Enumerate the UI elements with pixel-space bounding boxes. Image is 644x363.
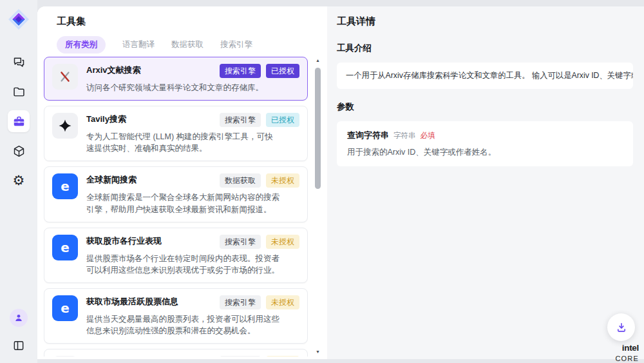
intro-card: 一个用于从Arxiv存储库搜索科学论文和文章的工具。 输入可以是Arxiv ID… [337,63,633,89]
tool-name: 获取股市各行业表现 [86,235,214,247]
intel-core-logo: intel CORE ULTRA [596,342,639,363]
tool-card-list: Arxiv文献搜索 搜索引擎 已授权 访问各个研究领域大量科学论文和文章的存储库… [44,57,308,357]
param-card: 查询字符串 字符串 必填 用于搜索的Arxiv ID、关键字或作者姓名。 [337,121,633,166]
auth-badge: 已授权 [266,64,299,78]
tool-description: 全球新闻搜索是一个聚合全球各大新闻网站内容的搜索引擎，帮助用户快速获取全球最新资… [86,191,281,215]
auth-badge: 未授权 [266,173,299,188]
tool-description: 提供当天交易量最高的股票列表，投资者可以利用这些信息来识别流动性强的股票和潜在的… [86,313,281,337]
category-badge: 搜索引擎 [220,113,261,127]
user-icon[interactable] [8,307,30,329]
category-badge: 数据获取 [220,173,261,188]
detail-title: 工具详情 [337,15,633,28]
tool-card[interactable]: 万维地区新闻查询 搜索引擎 未授权 查询具体行政区划内的新闻，快速了解各地新闻动 [44,349,308,357]
page-title: 工具集 [57,15,86,28]
category-badge: 搜索引擎 [220,64,261,78]
blue-e-logo-icon: e [52,235,78,260]
tab-data-acquisition[interactable]: 数据获取 [171,39,204,50]
rail-nav: ⚙ [8,51,30,191]
category-tabs: 所有类别 语言翻译 数据获取 搜索引擎 [57,36,252,54]
chat-icon[interactable] [8,51,30,73]
tool-card[interactable]: e 获取股市各行业表现 搜索引擎 未授权 提供股票市场各个行业在特定时间段内的表… [44,228,308,283]
tool-description: 提供股票市场各个行业在特定时间段内的表现。投资者可以利用这些信息来识别表现优于或… [86,253,281,276]
tool-description: 访问各个研究领域大量科学论文和文章的存储库。 [86,82,281,93]
scroll-down-icon[interactable]: ▼ [314,349,321,354]
blue-e-logo-icon: e [52,295,78,321]
tab-language-translation[interactable]: 语言翻译 [122,39,155,50]
tool-name: 全球新闻搜索 [86,173,214,186]
tool-detail-panel: 工具详情 工具介绍 一个用于从Arxiv存储库搜索科学论文和文章的工具。 输入可… [327,6,644,359]
auth-badge: 未授权 [266,235,299,249]
tool-description: 专为人工智能代理 (LLM) 构建的搜索引擎工具，可快速提供实时、准确和真实的结… [86,131,281,154]
arxiv-logo-icon [52,64,78,90]
tool-card[interactable]: Tavily搜索 搜索引擎 已授权 专为人工智能代理 (LLM) 构建的搜索引擎… [44,106,308,161]
download-button[interactable] [607,313,635,341]
auth-badge: 未授权 [266,295,299,309]
tool-name: Arxiv文献搜索 [86,64,214,76]
category-badge: 搜索引擎 [220,356,261,357]
tools-list-panel: 工具集 所有类别 语言翻译 数据获取 搜索引擎 Arxiv文献搜索 [37,6,327,359]
cube-icon[interactable] [8,140,30,162]
rail-bottom [0,307,37,357]
toolbox-icon[interactable] [8,110,30,132]
auth-badge: 未授权 [266,356,299,357]
settings-icon[interactable]: ⚙ [8,170,30,191]
folder-icon[interactable] [8,81,30,103]
scroll-up-icon[interactable]: ▲ [314,58,321,63]
tab-all-categories[interactable]: 所有类别 [57,36,106,54]
tool-name: 获取市场最活跃股票信息 [86,295,214,308]
tool-name: 万维地区新闻查询 [86,356,214,357]
scrollbar-thumb[interactable] [315,68,321,189]
param-type: 字符串 [393,131,416,141]
tool-card[interactable]: e 获取市场最活跃股票信息 搜索引擎 未授权 提供当天交易量最高的股票列表，投资… [44,288,308,344]
tavily-sparkle-icon [52,113,78,139]
left-rail: ⚙ [0,0,37,363]
category-badge: 搜索引擎 [220,295,261,309]
panels-icon[interactable] [8,335,30,357]
avatar [10,309,28,327]
intro-heading: 工具介绍 [337,43,633,54]
param-name: 查询字符串 [347,130,389,141]
tool-name: Tavily搜索 [86,113,214,125]
main-window: 工具集 所有类别 语言翻译 数据获取 搜索引擎 Arxiv文献搜索 [37,6,644,359]
list-scrollbar[interactable]: ▲ ▼ [314,58,321,354]
param-description: 用于搜索的Arxiv ID、关键字或作者姓名。 [347,147,623,158]
tool-card[interactable]: Arxiv文献搜索 搜索引擎 已授权 访问各个研究领域大量科学论文和文章的存储库… [44,57,308,101]
newspaper-icon [52,356,78,357]
tool-card[interactable]: e 全球新闻搜索 数据获取 未授权 全球新闻搜索是一个聚合全球各大新闻网站内容的… [44,166,308,222]
param-required-badge: 必填 [421,131,435,141]
download-icon [615,321,628,334]
tab-search-engine[interactable]: 搜索引擎 [220,39,252,50]
category-badge: 搜索引擎 [220,235,261,249]
params-heading: 参数 [337,101,633,113]
app-logo-icon [6,7,31,32]
auth-badge: 已授权 [266,113,299,127]
blue-e-logo-icon: e [52,173,78,199]
